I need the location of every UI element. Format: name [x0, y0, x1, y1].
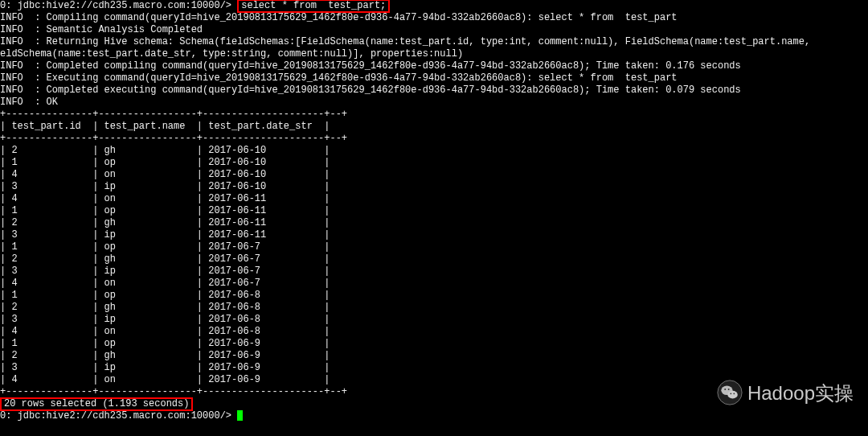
svg-point-4 [728, 389, 730, 390]
svg-point-3 [724, 389, 726, 390]
terminal-output: 0: jdbc:hive2://cdh235.macro.com:10000/>… [0, 0, 868, 422]
svg-point-5 [730, 393, 731, 394]
summary-highlight: 20 rows selected (1.193 seconds) [0, 397, 193, 411]
svg-point-6 [733, 393, 735, 394]
cursor [237, 410, 243, 421]
watermark-text: Hadoop实操 [747, 387, 854, 399]
svg-point-2 [727, 391, 737, 399]
wechat-icon [717, 380, 743, 405]
query-highlight: select * from test_part; [237, 0, 390, 13]
watermark-badge: Hadoop实操 [717, 380, 854, 405]
